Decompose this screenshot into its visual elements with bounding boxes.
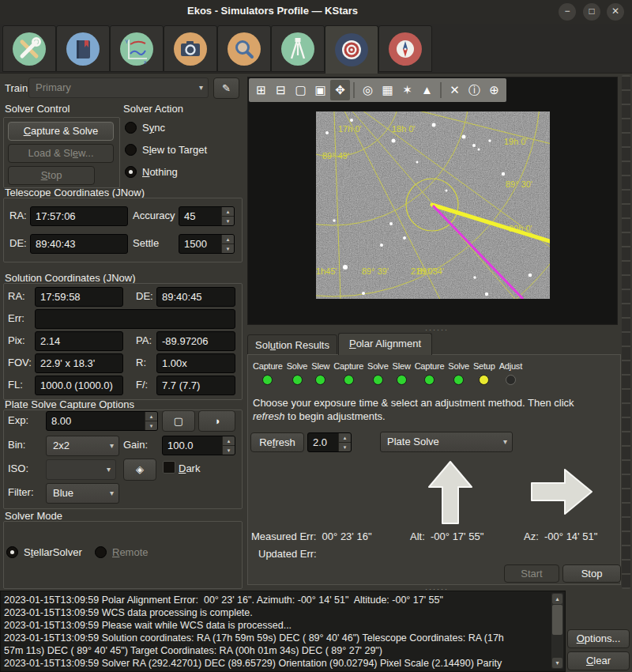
spin-up-icon[interactable]: ▴: [221, 235, 234, 244]
tab-analyze[interactable]: Y x: [110, 25, 164, 72]
fits-image-panel: 17h 0'18h 0'19h 0'89° 49'89° 30'20h 0'21…: [247, 77, 618, 325]
scroll-down-icon[interactable]: ▾: [552, 658, 562, 668]
fitstool-zoom-in[interactable]: ⊞: [251, 80, 271, 100]
refresh-button[interactable]: Refresh: [250, 432, 304, 452]
solver-action-title: Solver Action: [123, 103, 183, 115]
radio-circle: [125, 144, 137, 156]
spin-up-icon[interactable]: ▴: [221, 207, 234, 217]
radio-nothing[interactable]: Nothing: [125, 166, 178, 178]
tab-setup[interactable]: [2, 25, 56, 72]
tab-align[interactable]: [325, 25, 378, 74]
zoom-in-icon: ⊞: [256, 83, 266, 96]
radio-remote[interactable]: Remote: [95, 546, 149, 558]
subframe-button[interactable]: ▢: [162, 410, 195, 432]
fitstool-grid[interactable]: ▦: [378, 80, 397, 100]
exposure-spinbox[interactable]: 8.00 ▴ ▾: [46, 411, 158, 431]
tab-mount[interactable]: [271, 25, 325, 72]
gain-spinbox[interactable]: 100.0 ▴ ▾: [162, 436, 235, 455]
star: [446, 190, 448, 192]
fitstool-fits-info[interactable]: ⓘ: [465, 80, 484, 100]
accuracy-spinbox[interactable]: 45 ▴ ▾: [179, 206, 235, 226]
spin-up-icon[interactable]: ▴: [338, 433, 351, 443]
svg-text:Y: Y: [125, 39, 129, 44]
paa-stop-button[interactable]: Stop: [562, 564, 621, 583]
log-output-box: 2023-01-15T13:09:59 Polar Alignment Erro…: [0, 591, 566, 672]
filter-wheel-button[interactable]: ◈: [123, 459, 156, 481]
clear-log-button[interactable]: Clear: [567, 651, 630, 670]
tab-solution-results[interactable]: Solution Results: [247, 334, 337, 355]
spin-down-icon[interactable]: ▾: [338, 442, 351, 452]
spin-down-icon[interactable]: ▾: [221, 244, 234, 254]
iso-select[interactable]: ▾: [46, 459, 116, 480]
tab-focus[interactable]: [217, 25, 271, 72]
right-scrollbar[interactable]: [622, 75, 630, 589]
radio-sync[interactable]: Sync: [125, 122, 165, 134]
dark-checkbox[interactable]: [163, 461, 175, 474]
log-line: 57m 11s) DEC ( 89° 40' 45") Target Coord…: [4, 644, 551, 657]
mount-de-field[interactable]: 89:40:43: [30, 234, 128, 254]
spin-down-icon[interactable]: ▾: [222, 445, 235, 455]
mount-ra-field[interactable]: 17:57:06: [30, 206, 128, 226]
azimuth-error-value: -00° 14' 51": [544, 530, 597, 542]
star: [416, 161, 419, 164]
bin-label: Bin:: [8, 439, 25, 451]
fratio-label: F/:: [136, 379, 148, 391]
settle-label: Settle: [133, 237, 159, 249]
minimize-button[interactable]: −: [559, 3, 576, 21]
adjustment-method-select[interactable]: Plate Solve ▾: [380, 432, 513, 452]
refresh-exposure-spinbox[interactable]: 2.0 ▴ ▾: [307, 432, 352, 452]
edit-train-button[interactable]: ✎: [213, 77, 239, 99]
fitstool-detect-stars[interactable]: ✶: [397, 80, 417, 100]
step-label: Solve: [367, 361, 389, 371]
r-field: 1.00x: [156, 353, 235, 373]
fov-field: 22.9' x 18.3': [35, 353, 123, 373]
star: [488, 139, 491, 142]
paa-step-solve: Solve: [287, 361, 308, 385]
splitter-handle[interactable]: ······: [425, 327, 449, 332]
radio-slew-to-target[interactable]: Slew to Target: [125, 144, 207, 156]
log-scrollbar[interactable]: ▴ ▾: [551, 593, 563, 669]
maximize-button[interactable]: □: [583, 3, 600, 21]
stop-solver-button[interactable]: Stop: [8, 166, 95, 185]
close-button[interactable]: ✕: [607, 3, 624, 21]
fitstool-zoom-actual[interactable]: ▣: [310, 80, 330, 100]
sky-map-image[interactable]: 17h 0'18h 0'19h 0'89° 49'89° 30'20h 0'21…: [316, 111, 550, 299]
scroll-up-icon[interactable]: ▴: [552, 594, 562, 604]
spin-down-icon[interactable]: ▾: [221, 216, 234, 226]
options-button[interactable]: Options...: [567, 629, 630, 648]
load-slew-button[interactable]: Load & Slew...: [8, 144, 114, 163]
fitstool-zoom-fit[interactable]: ▢: [291, 80, 310, 100]
fitstool-clear-marks[interactable]: ✕: [445, 80, 465, 100]
spin-up-icon[interactable]: ▴: [222, 436, 235, 446]
step-status-dot: [292, 375, 303, 385]
radio-stellarsolver[interactable]: StellarSolver: [6, 546, 82, 558]
star: [380, 244, 383, 247]
measured-error: Measured Err: 00° 23' 16": [251, 530, 372, 542]
tab-polar-alignment[interactable]: Polar Alignment: [338, 333, 432, 355]
filter-select[interactable]: Blue ▾: [46, 483, 119, 504]
paa-step-capture: Capture: [333, 361, 363, 385]
grid-icon: ▦: [382, 83, 393, 96]
binning-select[interactable]: 2x2 ▾: [46, 436, 119, 456]
tab-guide[interactable]: [378, 25, 432, 72]
updated-error-label: Updated Err:: [258, 548, 317, 560]
tab-capture[interactable]: [164, 25, 217, 72]
fitstool-zoom-out[interactable]: ⊟: [271, 80, 291, 100]
fitstool-pan[interactable]: ✥: [330, 80, 350, 100]
align-view-panel: 17h 0'18h 0'19h 0'89° 49'89° 30'20h 0'21…: [246, 73, 623, 591]
log-scrollbar-thumb[interactable]: [552, 605, 562, 635]
exp-label: Exp:: [8, 414, 28, 426]
tab-scheduler[interactable]: [56, 25, 110, 72]
train-select[interactable]: Primary ▾: [28, 77, 209, 98]
spin-down-icon[interactable]: ▾: [145, 421, 157, 431]
paa-start-button[interactable]: Start: [504, 564, 559, 583]
settle-spinbox[interactable]: 1500 ▴ ▾: [179, 234, 235, 254]
fitstool-center-telescope[interactable]: ◎: [358, 80, 378, 100]
fitstool-histogram-stretch[interactable]: ▲: [417, 80, 437, 100]
fitstool-crosshair[interactable]: ⊕: [484, 80, 504, 100]
live-preview-button[interactable]: ◑: [198, 410, 235, 432]
accuracy-label: Accuracy: [133, 210, 175, 221]
spin-up-icon[interactable]: ▴: [145, 412, 157, 421]
capture-solve-button[interactable]: Capture & Solve: [8, 122, 114, 141]
azimuth-error: Az: -00° 14' 51": [524, 530, 597, 542]
